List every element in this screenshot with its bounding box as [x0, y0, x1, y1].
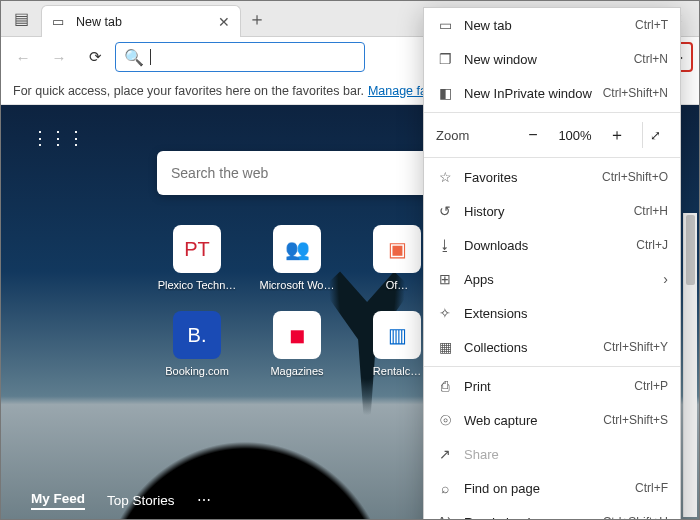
menu-item-shortcut: Ctrl+Shift+O: [602, 170, 668, 184]
inprivate-icon: ◧: [436, 85, 454, 101]
menu-item-shortcut: Ctrl+Shift+Y: [603, 340, 668, 354]
tile-label: Plexico Techn…: [158, 279, 237, 291]
menu-item-shortcut: Ctrl+F: [635, 481, 668, 495]
menu-item-label: Share: [464, 447, 668, 462]
quick-link-tile[interactable]: B.Booking.com: [157, 311, 237, 377]
zoom-row: Zoom−100%＋⤢: [424, 115, 680, 155]
menu-item-apps[interactable]: ⊞Apps›: [424, 262, 680, 296]
tile-icon: ▣: [373, 225, 421, 273]
share-icon: ↗: [436, 446, 454, 462]
feed-tab-top-stories[interactable]: Top Stories: [107, 493, 175, 508]
menu-item-find-on-page[interactable]: ⌕Find on pageCtrl+F: [424, 471, 680, 505]
menu-item-label: New tab: [464, 18, 625, 33]
tile-label: Magazines: [270, 365, 323, 377]
tile-icon: ▥: [373, 311, 421, 359]
menu-item-label: Extensions: [464, 306, 668, 321]
tile-label: Microsoft Wo…: [260, 279, 335, 291]
menu-item-label: New window: [464, 52, 624, 67]
tab-close-icon[interactable]: ✕: [218, 14, 230, 30]
new-tab-icon: ▭: [436, 17, 454, 33]
menu-item-label: Web capture: [464, 413, 593, 428]
apps-icon: ⊞: [436, 271, 454, 287]
menu-item-label: Collections: [464, 340, 593, 355]
extensions-icon: ✧: [436, 305, 454, 321]
capture-icon: ⦾: [436, 412, 454, 429]
menu-item-shortcut: Ctrl+Shift+S: [603, 413, 668, 427]
browser-tab[interactable]: ▭ New tab ✕: [41, 5, 241, 37]
menu-item-label: Print: [464, 379, 624, 394]
address-bar[interactable]: 🔍: [115, 42, 365, 72]
new-window-icon: ❐: [436, 51, 454, 67]
tab-title: New tab: [76, 15, 210, 29]
settings-and-more-menu: ▭New tabCtrl+T❐New windowCtrl+N◧New InPr…: [423, 7, 681, 520]
menu-item-downloads[interactable]: ⭳DownloadsCtrl+J: [424, 228, 680, 262]
new-tab-button[interactable]: ＋: [241, 1, 273, 36]
menu-item-history[interactable]: ↺HistoryCtrl+H: [424, 194, 680, 228]
menu-item-shortcut: Ctrl+Shift+U: [603, 515, 668, 520]
tile-label: Booking.com: [165, 365, 229, 377]
search-icon: 🔍: [124, 48, 144, 67]
menu-item-favorites[interactable]: ☆FavoritesCtrl+Shift+O: [424, 160, 680, 194]
zoom-value: 100%: [554, 128, 596, 143]
download-icon: ⭳: [436, 237, 454, 253]
zoom-in-button[interactable]: ＋: [604, 122, 630, 148]
vertical-scrollbar[interactable]: [683, 213, 697, 517]
menu-separator: [424, 112, 680, 113]
menu-item-label: Read aloud: [464, 515, 593, 521]
menu-separator: [424, 157, 680, 158]
scrollbar-thumb[interactable]: [686, 215, 695, 285]
menu-item-print[interactable]: ⎙PrintCtrl+P: [424, 369, 680, 403]
zoom-label: Zoom: [436, 128, 488, 143]
quick-link-tile[interactable]: ◼Magazines: [257, 311, 337, 377]
menu-separator: [424, 366, 680, 367]
tile-icon: B.: [173, 311, 221, 359]
menu-item-label: New InPrivate window: [464, 86, 593, 101]
feed-tab-my-feed[interactable]: My Feed: [31, 491, 85, 510]
tab-favicon-icon: ▭: [52, 14, 68, 30]
star-icon: ☆: [436, 169, 454, 185]
menu-item-shortcut: Ctrl+T: [635, 18, 668, 32]
menu-item-label: Apps: [464, 272, 653, 287]
menu-item-shortcut: Ctrl+H: [634, 204, 668, 218]
menu-item-label: Find on page: [464, 481, 625, 496]
history-icon: ↺: [436, 203, 454, 219]
tile-icon: ◼: [273, 311, 321, 359]
quick-link-tile[interactable]: 👥Microsoft Wo…: [257, 225, 337, 291]
chevron-right-icon: ›: [663, 271, 668, 287]
menu-item-extensions[interactable]: ✧Extensions: [424, 296, 680, 330]
find-icon: ⌕: [436, 480, 454, 496]
menu-item-new-tab[interactable]: ▭New tabCtrl+T: [424, 8, 680, 42]
tab-actions-button[interactable]: ▤: [1, 1, 41, 36]
ntp-search-placeholder: Search the web: [171, 165, 268, 181]
menu-item-shortcut: Ctrl+J: [636, 238, 668, 252]
fullscreen-button[interactable]: ⤢: [642, 122, 668, 148]
menu-item-label: Downloads: [464, 238, 626, 253]
menu-item-label: History: [464, 204, 624, 219]
print-icon: ⎙: [436, 378, 454, 394]
menu-item-new-inprivate-window[interactable]: ◧New InPrivate windowCtrl+Shift+N: [424, 76, 680, 110]
menu-item-share: ↗Share: [424, 437, 680, 471]
app-launcher-icon[interactable]: ⋮⋮⋮: [31, 127, 49, 145]
quick-link-tile[interactable]: PTPlexico Techn…: [157, 225, 237, 291]
tile-label: Rentalc…: [373, 365, 421, 377]
menu-item-web-capture[interactable]: ⦾Web captureCtrl+Shift+S: [424, 403, 680, 437]
menu-item-new-window[interactable]: ❐New windowCtrl+N: [424, 42, 680, 76]
collections-icon: ▦: [436, 339, 454, 355]
menu-item-collections[interactable]: ▦CollectionsCtrl+Shift+Y: [424, 330, 680, 364]
caret: [150, 49, 151, 65]
zoom-out-button[interactable]: −: [520, 122, 546, 148]
tile-icon: 👥: [273, 225, 321, 273]
menu-item-shortcut: Ctrl+N: [634, 52, 668, 66]
refresh-button[interactable]: ⟳: [79, 41, 111, 73]
menu-item-shortcut: Ctrl+Shift+N: [603, 86, 668, 100]
menu-item-read-aloud[interactable]: AᐠRead aloudCtrl+Shift+U: [424, 505, 680, 520]
read-aloud-icon: Aᐠ: [436, 514, 454, 520]
forward-button[interactable]: →: [43, 41, 75, 73]
back-button[interactable]: ←: [7, 41, 39, 73]
tile-label: Of…: [386, 279, 409, 291]
tile-icon: PT: [173, 225, 221, 273]
menu-item-shortcut: Ctrl+P: [634, 379, 668, 393]
menu-item-label: Favorites: [464, 170, 592, 185]
feed-more-icon[interactable]: ⋯: [197, 492, 213, 508]
favorites-hint: For quick access, place your favorites h…: [13, 84, 364, 98]
